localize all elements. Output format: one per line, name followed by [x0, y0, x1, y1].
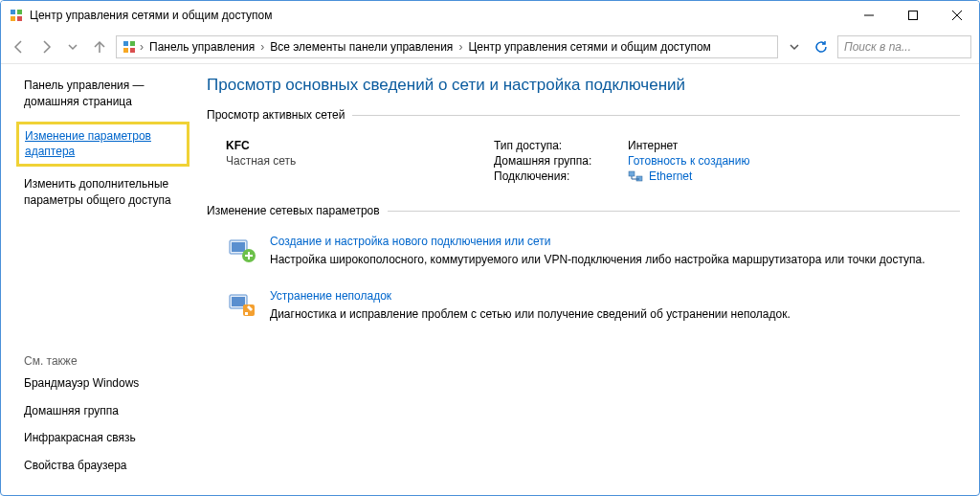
- window-frame: Центр управления сетями и общим доступом: [0, 0, 980, 496]
- sidebar: Панель управления — домашняя страница Из…: [1, 64, 197, 495]
- svg-rect-20: [232, 242, 245, 252]
- network-row: KFC Частная сеть Тип доступа: Интернет Д…: [207, 125, 960, 204]
- sidebar-home[interactable]: Панель управления — домашняя страница: [24, 78, 182, 110]
- task-title[interactable]: Создание и настройка нового подключения …: [270, 235, 960, 248]
- divider: [388, 211, 960, 212]
- svg-rect-1: [17, 10, 22, 14]
- svg-rect-5: [909, 11, 918, 20]
- homegroup-link[interactable]: Готовность к созданию: [628, 154, 749, 168]
- sidebar-infrared[interactable]: Инфракрасная связь: [24, 430, 182, 446]
- svg-rect-11: [123, 48, 128, 53]
- search-input[interactable]: [842, 39, 980, 55]
- titlebar: Центр управления сетями и общим доступом: [1, 1, 979, 30]
- task-desc: Настройка широкополосного, коммутируемог…: [270, 252, 960, 268]
- sidebar-firewall[interactable]: Брандмауэр Windows: [24, 375, 182, 392]
- svg-rect-12: [130, 48, 135, 53]
- minimize-button[interactable]: [847, 1, 891, 30]
- refresh-button[interactable]: [811, 36, 832, 57]
- body: Панель управления — домашняя страница Из…: [1, 64, 979, 495]
- main-content: Просмотр основных сведений о сети и наст…: [197, 64, 979, 495]
- breadcrumb[interactable]: › Панель управления › Все элементы панел…: [116, 35, 778, 58]
- svg-rect-27: [245, 312, 248, 315]
- ethernet-icon: [628, 170, 643, 182]
- sidebar-homegroup[interactable]: Домашняя группа: [24, 403, 182, 419]
- svg-rect-0: [11, 10, 15, 14]
- active-networks-label: Просмотр активных сетей: [207, 108, 960, 122]
- section-text: Изменение сетевых параметров: [207, 204, 380, 217]
- breadcrumb-item[interactable]: Все элементы панели управления: [266, 40, 457, 54]
- tasks: Создание и настройка нового подключения …: [207, 221, 960, 336]
- sidebar-adapter-settings[interactable]: Изменение параметров адаптера: [25, 128, 181, 161]
- troubleshoot-icon: [226, 289, 256, 320]
- section-text: Просмотр активных сетей: [207, 108, 345, 122]
- see-also-heading: См. также: [24, 354, 182, 368]
- svg-rect-25: [232, 297, 245, 306]
- task-troubleshoot: Устранение неполадок Диагностика и испра…: [207, 282, 960, 336]
- page-title: Просмотр основных сведений о сети и наст…: [207, 76, 960, 95]
- svg-rect-10: [130, 41, 135, 46]
- network-center-icon: [9, 8, 24, 23]
- svg-rect-9: [123, 41, 128, 46]
- access-type-value: Интернет: [628, 139, 678, 152]
- navbar: › Панель управления › Все элементы панел…: [1, 30, 979, 64]
- network-name: KFC: [226, 139, 494, 152]
- new-connection-icon: [226, 235, 256, 265]
- chevron-right-icon: ›: [260, 40, 264, 54]
- highlighted-link-box: Изменение параметров адаптера: [16, 122, 189, 168]
- task-new-connection: Создание и настройка нового подключения …: [207, 227, 960, 282]
- divider: [352, 115, 960, 116]
- chevron-right-icon: ›: [458, 40, 462, 54]
- close-button[interactable]: [935, 1, 979, 30]
- maximize-button[interactable]: [891, 1, 935, 30]
- address-dropdown[interactable]: [784, 36, 805, 57]
- window-controls: [847, 1, 979, 30]
- task-title[interactable]: Устранение неполадок: [270, 289, 960, 303]
- sidebar-browser-props[interactable]: Свойства браузера: [24, 458, 182, 474]
- search-box[interactable]: [837, 35, 971, 58]
- chevron-right-icon: ›: [140, 40, 144, 54]
- back-button[interactable]: [9, 36, 30, 57]
- svg-rect-2: [11, 16, 15, 21]
- task-desc: Диагностика и исправление проблем с сеть…: [270, 306, 960, 323]
- connection-link[interactable]: Ethernet: [649, 169, 692, 183]
- up-button[interactable]: [89, 36, 110, 57]
- connections-label: Подключения:: [494, 169, 628, 183]
- change-settings-label: Изменение сетевых параметров: [207, 204, 960, 217]
- sidebar-sharing-settings[interactable]: Изменить дополнительные параметры общего…: [24, 176, 182, 209]
- network-identity: KFC Частная сеть: [226, 139, 494, 185]
- svg-rect-15: [629, 171, 635, 176]
- breadcrumb-item[interactable]: Центр управления сетями и общим доступом: [464, 40, 715, 54]
- control-panel-icon: [121, 38, 138, 56]
- homegroup-label: Домашняя группа:: [494, 154, 628, 168]
- network-details: Тип доступа: Интернет Домашняя группа: Г…: [494, 139, 749, 185]
- forward-button[interactable]: [35, 36, 56, 57]
- access-type-label: Тип доступа:: [494, 139, 628, 152]
- recent-dropdown[interactable]: [62, 36, 83, 57]
- window-title: Центр управления сетями и общим доступом: [30, 9, 847, 22]
- svg-rect-3: [17, 16, 22, 21]
- breadcrumb-item[interactable]: Панель управления: [145, 40, 258, 54]
- network-type: Частная сеть: [226, 154, 494, 168]
